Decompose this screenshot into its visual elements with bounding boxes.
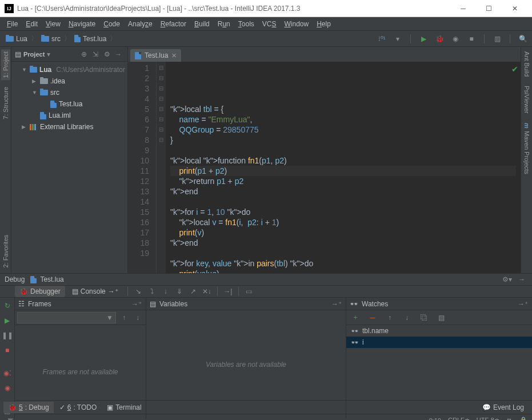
menu-run[interactable]: Run (214, 19, 234, 29)
remove-watch-icon[interactable]: ─ (367, 312, 378, 323)
step-out-icon[interactable]: ↗ (187, 286, 199, 297)
tool-tab-ant[interactable]: Ant Build (522, 49, 531, 79)
pin-icon[interactable]: →⁺ (331, 298, 342, 310)
tool-tab-maven[interactable]: m Maven Projects (522, 121, 531, 177)
tool-tab-structure[interactable]: 7: Structure (1, 85, 10, 122)
debug-button[interactable]: 🐞 (434, 33, 445, 45)
evaluate-expression-icon[interactable]: ▭ (243, 286, 255, 297)
thread-selector[interactable]: ▼ (17, 312, 116, 323)
show-execution-point-icon[interactable]: ↘ (133, 286, 144, 297)
code-content[interactable]: ✔ "k">local tbl = { name = "EmmyLua", QQ… (166, 62, 521, 273)
menu-view[interactable]: View (42, 19, 64, 29)
tree-item[interactable]: Test.lua (11, 98, 127, 110)
lua-file-icon (135, 52, 141, 59)
tool-tab-psiviewer[interactable]: PsiViewer (522, 83, 531, 116)
event-log-button[interactable]: 💬 Event Log (478, 402, 529, 413)
menu-vcs[interactable]: VCS (259, 19, 280, 29)
next-frame-icon[interactable]: ↓ (132, 312, 143, 323)
close-tab-icon[interactable]: ✕ (171, 52, 177, 59)
dropdown-icon[interactable]: ▾ (47, 50, 50, 58)
menu-edit[interactable]: Edit (22, 19, 41, 29)
scroll-from-source-icon[interactable]: ⊕ (78, 49, 90, 60)
gear-icon[interactable]: ⚙ (101, 49, 113, 60)
breadcrumb-src[interactable]: src (39, 34, 63, 44)
fold-gutter[interactable]: ⊟⊟⊟⊟⊟⊟⊟⊟ (157, 62, 166, 273)
search-icon[interactable]: 🔍 (517, 33, 529, 45)
show-watches-view-icon[interactable]: ▤ (435, 312, 447, 323)
drop-frame-icon[interactable]: ✕↓ (201, 286, 213, 297)
debugger-tab[interactable]: 🐞Debugger (15, 286, 65, 297)
breadcrumb-lua[interactable]: Lua (3, 34, 30, 44)
stop-icon[interactable]: ■ (2, 345, 13, 356)
menu-file[interactable]: File (3, 19, 21, 29)
chevron-right-icon: 〉 (110, 34, 117, 43)
file-encoding[interactable]: UTF-8≑ (477, 417, 499, 420)
tree-item[interactable]: Lua.iml (11, 110, 127, 121)
tree-item[interactable]: ▶.idea (11, 75, 127, 87)
pause-icon[interactable]: ❚❚ (2, 330, 13, 341)
menu-build[interactable]: Build (191, 19, 213, 29)
hide-icon[interactable]: → (516, 274, 527, 285)
force-step-into-icon[interactable]: ⇓ (174, 286, 185, 297)
breadcrumb-file[interactable]: Test.lua (72, 34, 109, 44)
console-tab[interactable]: ▤Console →⁺ (67, 286, 123, 297)
stop-button[interactable]: ■ (466, 33, 477, 45)
menu-refactor[interactable]: Refactor (157, 19, 190, 29)
menu-code[interactable]: Code (100, 19, 123, 29)
line-separator[interactable]: CRLF≑ (448, 417, 470, 420)
close-button[interactable]: ✕ (502, 1, 527, 17)
inspection-icon[interactable]: 🗏 (506, 417, 513, 421)
mute-breakpoints-icon[interactable]: ◉ (2, 382, 13, 394)
project-panel: ▤ Project ▾ ⊕ ⇲ ⚙ → ▼LuaC:\Users\Adminis… (11, 47, 128, 273)
bottom-tab-debug[interactable]: 🐞 5: Debug (3, 402, 54, 413)
lock-icon[interactable]: 🔒 (519, 417, 527, 420)
menu-help[interactable]: Help (313, 19, 334, 29)
bottom-tab-todo[interactable]: ✓ 6: TODO (55, 402, 102, 413)
run-to-cursor-icon[interactable]: →| (222, 286, 234, 297)
code-editor[interactable]: 12345678910111213141516171819 ⊟⊟⊟⊟⊟⊟⊟⊟ ✔… (128, 62, 521, 273)
project-structure-button[interactable]: ▥ (491, 33, 503, 45)
rerun-icon[interactable]: ↻ (2, 300, 13, 311)
minimize-button[interactable]: ─ (450, 1, 476, 17)
right-tool-strip: Ant Build PsiViewer m Maven Projects (521, 47, 532, 273)
prev-frame-icon[interactable]: ↑ (118, 312, 130, 323)
debug-toolbar: 🐞Debugger ▤Console →⁺ ↘ ⤵ ↓ ⇓ ↗ ✕↓ →| ▭ (0, 286, 532, 298)
tool-tab-favorites[interactable]: 2: Favorites (1, 233, 10, 270)
resume-icon[interactable]: ▶ (2, 315, 13, 326)
coverage-button[interactable]: ◉ (450, 33, 461, 45)
view-breakpoints-icon[interactable]: ◉⁚ (2, 367, 13, 379)
menu-window[interactable]: Window (281, 19, 312, 29)
bottom-tab-terminal[interactable]: ▣ Terminal (102, 402, 146, 413)
menu-tools[interactable]: Tools (235, 19, 258, 29)
watch-item[interactable]: 👓tbl.name (346, 325, 532, 337)
variables-empty-text: Variables are not available (146, 310, 346, 419)
cursor-position: 8:19 (429, 417, 441, 421)
inspection-ok-icon: ✔ (511, 64, 518, 74)
project-tree[interactable]: ▼LuaC:\Users\Administrator▶.idea▼srcTest… (11, 62, 127, 135)
duplicate-watch-icon[interactable]: ⿻ (418, 312, 430, 323)
move-up-icon[interactable]: ↑ (384, 312, 395, 323)
watch-item[interactable]: 👓i (346, 337, 532, 348)
tree-item[interactable]: ▼LuaC:\Users\Administrator (11, 64, 127, 75)
tree-item[interactable]: ▼src (11, 87, 127, 98)
step-into-icon[interactable]: ↓ (160, 286, 171, 297)
gear-icon[interactable]: ⚙▾ (501, 274, 513, 285)
collapse-all-icon[interactable]: ⇲ (90, 49, 101, 60)
run-config-icon[interactable]: ⁝⁰¹ (376, 33, 387, 45)
hide-icon[interactable]: → (113, 49, 124, 60)
pin-icon[interactable]: →⁺ (517, 298, 529, 310)
glasses-icon: 👓 (351, 327, 359, 335)
menu-navigate[interactable]: Navigate (65, 19, 99, 29)
run-button[interactable]: ▶ (418, 33, 429, 45)
menu-analyze[interactable]: Analyze (125, 19, 156, 29)
pin-icon[interactable]: →⁺ (131, 298, 142, 310)
tree-item[interactable]: ▶External Libraries (11, 121, 127, 133)
tool-tab-project[interactable]: 1: Project (1, 49, 10, 80)
step-over-icon[interactable]: ⤵ (146, 286, 158, 297)
dropdown-icon[interactable]: ▾ (392, 33, 403, 45)
editor-tab-test-lua[interactable]: Test.lua ✕ (130, 49, 181, 62)
move-down-icon[interactable]: ↓ (401, 312, 413, 323)
tool-windows-icon[interactable]: ▣ (5, 415, 16, 421)
maximize-button[interactable]: ☐ (476, 1, 502, 17)
add-watch-icon[interactable]: ＋ (350, 312, 361, 323)
